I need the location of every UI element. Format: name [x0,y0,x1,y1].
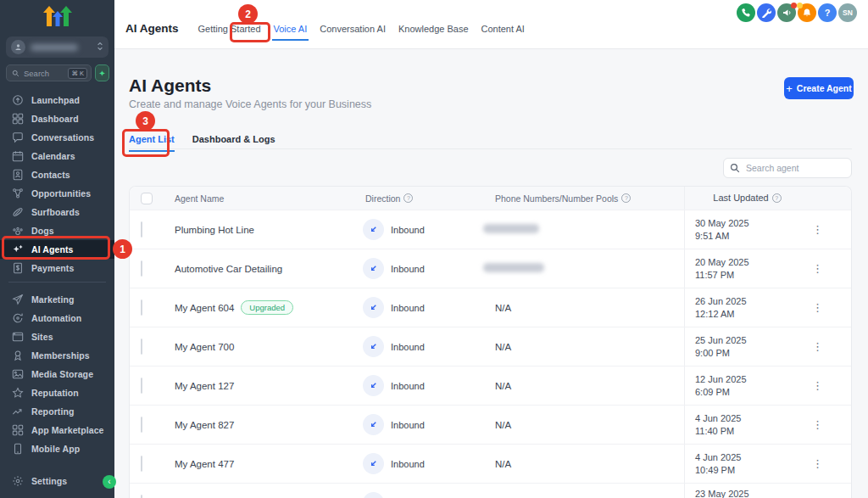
ai-assistant-button[interactable]: ✦ [95,64,109,81]
row-menu-button[interactable] [799,340,853,353]
redacted-phone-number [483,263,544,272]
row-checkbox[interactable] [141,299,142,316]
user-avatar[interactable]: SN [838,3,857,22]
main-area: AI Agents Getting Started Voice AI Conve… [114,0,868,498]
question-mark-icon: ? [825,8,831,18]
sidebar-item-settings[interactable]: Settings [0,472,114,490]
row-menu-button[interactable] [799,301,853,314]
announcements-button[interactable] [777,3,796,22]
select-all-checkbox[interactable] [141,193,153,204]
sidebar-item-sites[interactable]: Sites [0,327,114,346]
launchpad-icon [12,94,24,106]
sidebar-search-placeholder: Search [24,69,64,78]
agent-name: My Agent 604 [175,303,234,313]
row-checkbox[interactable] [141,417,142,433]
sidebar-item-reporting[interactable]: Reporting [0,402,114,421]
table-row[interactable]: Plumbing Hot Line Inbound 30 May 20259:5… [130,210,851,249]
row-checkbox[interactable] [141,260,142,277]
bell-icon [802,8,812,18]
table-row[interactable]: My Agent 827 Inbound N/A 4 Jun 202511:40… [130,405,851,444]
agent-name: My Agent 700 [164,342,359,352]
dashboard-icon [12,113,24,125]
conversations-icon [12,131,24,143]
table-row[interactable]: My Agent 700 Inbound N/A 25 Jun 20259:00… [130,327,851,366]
inbound-icon [363,258,384,279]
automation-icon [12,312,24,324]
tab-voice-ai[interactable]: Voice AI [274,24,308,34]
sidebar-item-dashboard[interactable]: Dashboard [0,109,114,128]
row-checkbox[interactable] [141,378,142,394]
sidebar-item-conversations[interactable]: Conversations [0,128,114,147]
row-menu-button[interactable] [799,379,853,392]
surfboards-icon [12,206,24,218]
sidebar-item-marketing[interactable]: Marketing [0,290,114,309]
help-icon[interactable] [621,193,631,203]
sidebar-item-launchpad[interactable]: Launchpad [0,91,114,109]
table-row[interactable]: My Agent 477 Inbound N/A 4 Jun 202510:49… [130,444,851,483]
sidebar-item-ai-agents[interactable]: AI Agents [0,240,114,259]
redacted-phone-number [483,224,539,233]
sparkle-icon: ✦ [98,69,105,78]
sidebar-divider [8,282,106,283]
sidebar-item-opportunities[interactable]: Opportunities [0,184,114,203]
account-name-redacted [31,44,78,51]
row-checkbox[interactable] [141,221,142,238]
create-agent-button[interactable]: Create Agent [784,77,854,99]
phone-button[interactable] [737,3,755,22]
contacts-icon [12,169,24,181]
notification-dot [797,3,803,8]
sidebar-collapse-button[interactable]: ‹ [103,475,116,489]
settings-gear-icon [12,475,24,487]
inbound-icon [363,492,384,498]
sidebar-item-reputation[interactable]: Reputation [0,383,114,402]
row-checkbox[interactable] [141,495,142,498]
table-row[interactable]: My Agent 604Upgraded Inbound N/A 26 Jun … [130,288,851,327]
col-agent-name: Agent Name [164,193,359,204]
notifications-button[interactable] [798,3,816,22]
inbound-icon [363,453,384,474]
agent-search [723,158,852,178]
sidebar-item-mobile-app[interactable]: Mobile App [0,439,114,458]
sidebar-item-app-marketplace[interactable]: App Marketplace [0,421,114,439]
row-checkbox[interactable] [141,339,142,355]
search-icon [12,70,19,77]
sidebar-item-memberships[interactable]: Memberships [0,346,114,365]
row-checkbox[interactable] [141,456,142,472]
tab-conversation-ai[interactable]: Conversation AI [320,24,386,34]
sidebar-item-contacts[interactable]: Contacts [0,165,114,184]
row-menu-button[interactable] [799,223,853,236]
page-subtitle: Create and manage Voice Agents for your … [129,98,371,110]
agent-search-input[interactable] [723,158,852,178]
account-switcher[interactable] [6,36,108,58]
help-icon[interactable] [772,193,782,203]
tab-getting-started[interactable]: Getting Started [198,24,261,34]
sidebar-item-automation[interactable]: Automation [0,309,114,327]
row-menu-button[interactable] [799,262,853,275]
sidebar-item-calendars[interactable]: Calendars [0,147,114,165]
sidebar-search-input[interactable]: Search ⌘ K [6,64,92,81]
row-menu-button[interactable] [799,457,853,470]
help-icon[interactable] [403,193,413,203]
notification-dot [791,3,797,8]
table-row-partial[interactable]: 23 May 2025 [130,483,851,498]
table-row[interactable]: My Agent 127 Inbound N/A 12 Jun 20256:09… [130,366,851,405]
inbound-icon [363,375,384,396]
tab-content-ai[interactable]: Content AI [481,24,525,34]
phone-number: N/A [481,303,511,313]
tools-button[interactable] [757,3,776,22]
agent-name: Automotive Car Detailing [164,264,359,274]
sidebar-item-surfboards[interactable]: Surfboards [0,203,114,221]
topbar-title: AI Agents [125,22,179,35]
sidebar-item-payments[interactable]: Payments [0,259,114,277]
reputation-icon [12,387,24,399]
tab-knowledge-base[interactable]: Knowledge Base [398,24,469,34]
inbound-icon [363,297,384,318]
row-menu-button[interactable] [799,418,853,431]
table-row[interactable]: Automotive Car Detailing Inbound 20 May … [130,249,851,288]
sidebar-item-media-storage[interactable]: Media Storage [0,365,114,383]
sidebar-menu-top: Launchpad Dashboard Conversations Calend… [0,91,114,277]
sidebar-item-dogs[interactable]: Dogs [0,221,114,240]
help-button[interactable]: ? [818,3,837,22]
agent-name: My Agent 827 [164,420,359,430]
topbar: AI Agents Getting Started Voice AI Conve… [114,0,868,49]
